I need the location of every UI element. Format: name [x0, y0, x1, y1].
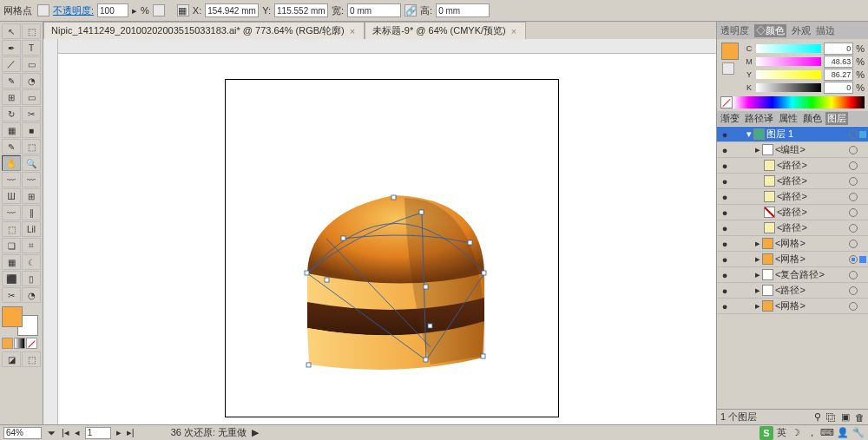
target-icon[interactable] — [849, 286, 858, 295]
tool-23[interactable]: ‖ — [22, 205, 41, 220]
gradient-mode-icon[interactable] — [14, 338, 25, 349]
ime-lang[interactable]: 英 — [777, 426, 786, 439]
tool-4[interactable]: ／ — [2, 56, 21, 72]
opacity-input[interactable] — [97, 3, 128, 17]
visibility-icon[interactable]: ● — [719, 286, 731, 296]
next-page-icon[interactable]: ▸ — [116, 427, 122, 438]
fill-swatch[interactable] — [2, 306, 23, 327]
k-value[interactable]: 0 — [824, 82, 853, 94]
target-icon[interactable] — [849, 193, 858, 201]
artboard[interactable] — [225, 79, 559, 417]
target-icon[interactable] — [849, 271, 858, 279]
tool-5[interactable]: ▭ — [22, 56, 41, 72]
tool-14[interactable]: ✎ — [2, 139, 21, 154]
m-slider[interactable] — [756, 57, 821, 66]
k-slider[interactable] — [756, 83, 821, 92]
tool-11[interactable]: ✂ — [22, 106, 41, 121]
layer-row[interactable]: ●<路径> — [717, 189, 868, 205]
tool-16[interactable]: ✋ — [2, 155, 21, 171]
y-input[interactable] — [274, 3, 328, 17]
doc-tab-0[interactable]: Nipic_1411249_20100202003515033183.ai* @… — [43, 22, 365, 39]
tool-21[interactable]: ⊞ — [22, 188, 41, 204]
tab-stroke[interactable]: 描边 — [816, 24, 835, 37]
stepper-icon[interactable]: ▸ — [132, 5, 137, 16]
y-value[interactable]: 86.27 — [824, 69, 853, 81]
target-icon[interactable] — [849, 224, 858, 233]
x-input[interactable] — [205, 3, 259, 17]
layer-row[interactable]: ●▸<网格> — [717, 299, 868, 314]
tool-7[interactable]: ◔ — [22, 73, 41, 89]
page-input[interactable] — [85, 427, 111, 439]
target-icon[interactable] — [849, 255, 858, 264]
none-mode-icon[interactable] — [26, 338, 37, 349]
tab-color[interactable]: ◇颜色 — [754, 24, 786, 37]
visibility-icon[interactable]: ● — [719, 223, 731, 233]
panel-stroke-swatch[interactable] — [722, 62, 734, 75]
disclosure-icon[interactable]: ▸ — [755, 238, 760, 249]
c-value[interactable]: 0 — [824, 43, 853, 55]
anchor-icon[interactable]: ▦ — [177, 4, 189, 16]
layer-row[interactable]: ●▸<复合路径> — [717, 267, 868, 283]
target-icon[interactable] — [849, 146, 858, 154]
layer-row[interactable]: ●<路径> — [717, 205, 868, 220]
tool-15[interactable]: ⬚ — [22, 139, 41, 154]
doc-tab-1[interactable]: 未标题-9* @ 64% (CMYK/预览)× — [365, 22, 526, 39]
close-icon[interactable]: × — [348, 26, 357, 36]
target-icon[interactable] — [849, 302, 858, 311]
layer-row[interactable]: ●▾图层 1 — [717, 127, 868, 142]
sogou-icon[interactable]: S — [760, 426, 773, 440]
status-arrow-icon[interactable]: ▶ — [252, 427, 259, 438]
layer-row[interactable]: ●▸<网格> — [717, 252, 868, 267]
tool-20[interactable]: Ш — [2, 188, 21, 204]
visibility-icon[interactable]: ● — [719, 192, 731, 202]
tool-22[interactable]: 〰 — [2, 205, 21, 220]
spectrum-bar[interactable] — [720, 96, 865, 108]
opacity-link[interactable]: 不透明度: — [53, 4, 94, 17]
tab-swatches[interactable]: 颜色 — [801, 112, 824, 125]
zoom-input[interactable] — [3, 427, 42, 439]
h-input[interactable] — [436, 3, 490, 17]
target-icon[interactable] — [849, 130, 858, 139]
user-icon[interactable]: 👤 — [837, 427, 849, 439]
layer-row[interactable]: ●▸<编组> — [717, 142, 868, 158]
zoom-stepper-icon[interactable]: ⏷ — [47, 428, 56, 438]
tool-28[interactable]: ▦ — [2, 254, 21, 270]
tab-attrs[interactable]: 属性 — [777, 112, 799, 125]
tool-29[interactable]: ☾ — [22, 254, 41, 270]
new-sublayer-icon[interactable]: ⿻ — [826, 412, 836, 423]
disclosure-icon[interactable]: ▸ — [755, 285, 760, 296]
target-icon[interactable] — [849, 208, 858, 217]
disclosure-icon[interactable]: ▸ — [755, 144, 760, 155]
hand-mode-icon[interactable]: ⬚ — [22, 351, 41, 367]
tab-appearance[interactable]: 外观 — [792, 24, 811, 37]
tool-18[interactable]: 〰 — [2, 172, 21, 187]
tool-10[interactable]: ↻ — [2, 106, 21, 121]
visibility-icon[interactable]: ● — [719, 254, 731, 265]
tab-gradient[interactable]: 渐变 — [719, 112, 741, 125]
tool-33[interactable]: ◔ — [22, 287, 41, 303]
w-input[interactable] — [347, 3, 401, 17]
target-icon[interactable] — [849, 177, 858, 186]
close-icon[interactable]: × — [510, 26, 518, 36]
disclosure-icon[interactable]: ▸ — [755, 300, 760, 312]
tool-27[interactable]: ⌗ — [22, 238, 41, 253]
tool-3[interactable]: T — [22, 40, 41, 56]
comma-icon[interactable]: ， — [806, 427, 818, 439]
moon-icon[interactable]: ☽ — [790, 427, 802, 439]
link-wh-icon[interactable]: 🔗 — [404, 4, 417, 16]
tool-1[interactable]: ⬚ — [22, 23, 41, 39]
tool-30[interactable]: ⬛ — [2, 271, 21, 286]
prev-page-icon[interactable]: ◂ — [75, 427, 80, 438]
wrench-icon[interactable]: 🔧 — [852, 427, 865, 439]
tool-0[interactable]: ↖ — [2, 23, 21, 39]
tool-17[interactable]: 🔍 — [22, 155, 41, 171]
layer-row[interactable]: ●<路径> — [717, 220, 868, 236]
tool-32[interactable]: ✂ — [2, 287, 21, 303]
tool-25[interactable]: Lil — [22, 221, 41, 237]
none-color-icon[interactable] — [720, 96, 733, 108]
target-icon[interactable] — [849, 240, 858, 248]
last-page-icon[interactable]: ▸| — [127, 427, 135, 438]
target-icon[interactable] — [849, 161, 858, 170]
screen-mode-icon[interactable]: ◪ — [2, 351, 21, 367]
layer-row[interactable]: ●▸<路径> — [717, 283, 868, 299]
